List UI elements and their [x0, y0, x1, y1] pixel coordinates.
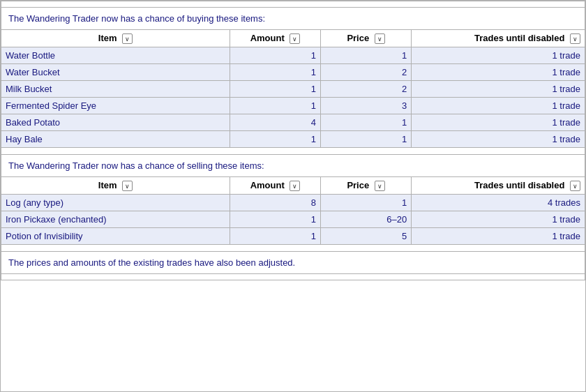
- chevron-down-icon: ∨: [377, 36, 382, 43]
- selling-item-1: Log (any type): [1, 195, 230, 211]
- table-row: Hay Bale 1 1 1 trade: [1, 131, 585, 148]
- buying-price-4: 3: [321, 98, 412, 114]
- col-header-price: Price ∨: [321, 30, 412, 47]
- buying-amount-5: 4: [230, 114, 321, 131]
- selling-price-3: 5: [321, 228, 412, 245]
- buying-table-header: Item ∨ Amount ∨ Price ∨: [1, 30, 585, 47]
- price-filter-btn-sell[interactable]: ∨: [375, 181, 385, 191]
- selling-price-1: 1: [321, 195, 412, 211]
- buying-trades-5: 1 trade: [412, 114, 585, 131]
- col-header-trades: Trades until disabled ∨: [412, 30, 585, 47]
- selling-table-header: Item ∨ Amount ∨ Price ∨: [1, 177, 585, 195]
- item-filter-btn[interactable]: ∨: [122, 33, 133, 44]
- buying-price-2: 2: [321, 64, 412, 81]
- chevron-down-icon: ∨: [125, 36, 130, 43]
- buying-trades-6: 1 trade: [412, 131, 585, 148]
- buying-amount-6: 1: [230, 131, 321, 148]
- footer-row: The prices and amounts of the existing t…: [1, 252, 585, 274]
- buying-section-header: The Wandering Trader now has a chance of…: [1, 8, 585, 30]
- buying-header-text: The Wandering Trader now has a chance of…: [8, 13, 265, 24]
- table-row: Potion of Invisibility 1 5 1 trade: [1, 228, 585, 245]
- price-filter-btn[interactable]: ∨: [375, 33, 385, 44]
- buying-amount-1: 1: [230, 47, 321, 64]
- amount-filter-btn[interactable]: ∨: [290, 33, 300, 44]
- selling-header-text: The Wandering Trader now has a chance of…: [8, 160, 264, 171]
- buying-trades-2: 1 trade: [412, 64, 585, 81]
- selling-amount-1: 8: [230, 195, 321, 211]
- col-header-amount-sell: Amount ∨: [230, 177, 321, 195]
- trades-filter-btn-sell[interactable]: ∨: [570, 181, 580, 191]
- table-row: Water Bottle 1 1 1 trade: [1, 47, 585, 64]
- trades-filter-btn[interactable]: ∨: [570, 33, 580, 44]
- chevron-down-icon: ∨: [125, 183, 130, 190]
- buying-amount-2: 1: [230, 64, 321, 81]
- table-row: Iron Pickaxe (enchanted) 1 6–20 1 trade: [1, 211, 585, 228]
- chevron-down-icon: ∨: [377, 183, 382, 190]
- buying-amount-3: 1: [230, 81, 321, 98]
- buying-trades-3: 1 trade: [412, 81, 585, 98]
- selling-amount-3: 1: [230, 228, 321, 245]
- buying-amount-4: 1: [230, 98, 321, 114]
- buying-trades-1: 1 trade: [412, 47, 585, 64]
- selling-amount-2: 1: [230, 211, 321, 228]
- selling-item-2: Iron Pickaxe (enchanted): [1, 211, 230, 228]
- amount-filter-btn-sell[interactable]: ∨: [290, 181, 300, 191]
- selling-price-2: 6–20: [321, 211, 412, 228]
- chevron-down-icon: ∨: [573, 183, 578, 190]
- buying-price-1: 1: [321, 47, 412, 64]
- buying-item-1: Water Bottle: [1, 47, 230, 64]
- table-row: Log (any type) 8 1 4 trades: [1, 195, 585, 211]
- chevron-down-icon: ∨: [573, 36, 578, 43]
- table-row: Baked Potato 4 1 1 trade: [1, 114, 585, 131]
- footer-note-text: The prices and amounts of the existing t…: [8, 257, 295, 268]
- buying-price-5: 1: [321, 114, 412, 131]
- table-row: Fermented Spider Eye 1 3 1 trade: [1, 98, 585, 114]
- buying-price-3: 2: [321, 81, 412, 98]
- selling-item-3: Potion of Invisibility: [1, 228, 230, 245]
- buying-item-5: Baked Potato: [1, 114, 230, 131]
- selling-trades-2: 1 trade: [412, 211, 585, 228]
- col-header-amount: Amount ∨: [230, 30, 321, 47]
- buying-item-3: Milk Bucket: [1, 81, 230, 98]
- selling-trades-3: 1 trade: [412, 228, 585, 245]
- col-header-item-sell: Item ∨: [1, 177, 230, 195]
- chevron-down-icon: ∨: [292, 36, 297, 43]
- buying-trades-4: 1 trade: [412, 98, 585, 114]
- table-row: Water Bucket 1 2 1 trade: [1, 64, 585, 81]
- chevron-down-icon: ∨: [292, 183, 297, 190]
- buying-item-4: Fermented Spider Eye: [1, 98, 230, 114]
- col-header-price-sell: Price ∨: [321, 177, 412, 195]
- col-header-item: Item ∨: [1, 30, 230, 47]
- buying-price-6: 1: [321, 131, 412, 148]
- col-header-trades-sell: Trades until disabled ∨: [412, 177, 585, 195]
- selling-section-header: The Wandering Trader now has a chance of…: [1, 155, 585, 177]
- selling-trades-1: 4 trades: [412, 195, 585, 211]
- item-filter-btn-sell[interactable]: ∨: [122, 181, 133, 191]
- buying-item-2: Water Bucket: [1, 64, 230, 81]
- table-row: Milk Bucket 1 2 1 trade: [1, 81, 585, 98]
- buying-item-6: Hay Bale: [1, 131, 230, 148]
